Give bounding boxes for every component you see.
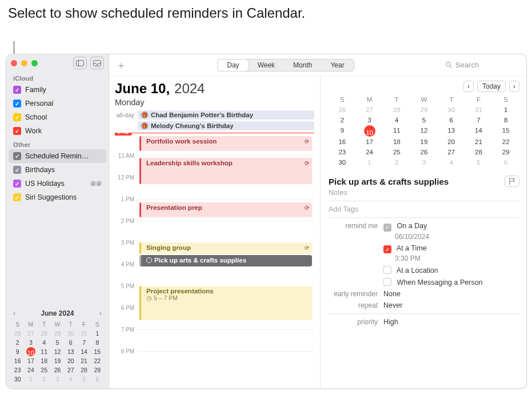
mini-day[interactable]: 5 — [410, 115, 438, 125]
mini-day[interactable]: 2 — [11, 338, 24, 347]
close-icon[interactable] — [11, 60, 17, 66]
prev-day-button[interactable]: ‹ — [463, 81, 474, 92]
mini-day[interactable]: 19 — [410, 137, 438, 147]
calendar-list-item[interactable]: Personal — [9, 97, 106, 110]
mini-day[interactable]: 25 — [38, 365, 51, 375]
mini-day[interactable]: 30 — [329, 157, 356, 168]
on-a-day-value[interactable]: 06/10/2024 — [383, 233, 519, 241]
mini-day[interactable]: 6 — [91, 375, 104, 384]
mini-day[interactable]: 4 — [383, 115, 410, 125]
mini-day[interactable]: 30 — [64, 329, 77, 338]
mini-day[interactable]: 12 — [410, 125, 438, 137]
on-a-day-checkbox[interactable] — [383, 224, 391, 232]
mini-day[interactable]: 29 — [410, 105, 438, 115]
at-a-time-value[interactable]: 3:30 PM — [383, 254, 519, 262]
mini-day[interactable]: 1 — [91, 329, 104, 338]
mini-day[interactable]: 6 — [438, 115, 465, 125]
mini-day[interactable]: 3 — [356, 115, 383, 125]
mini-day[interactable]: 11 — [383, 125, 410, 137]
flag-button[interactable] — [505, 176, 519, 187]
mini-day[interactable]: 18 — [383, 137, 410, 147]
mini-day[interactable]: 12 — [51, 347, 64, 356]
mini-day[interactable]: 2 — [38, 375, 51, 384]
mini-day[interactable]: 1 — [24, 375, 37, 384]
mini-day[interactable]: 1 — [356, 157, 383, 168]
calendar-checkbox[interactable] — [13, 113, 21, 121]
mini-day[interactable]: 2 — [329, 115, 356, 125]
mini-day[interactable]: 26 — [51, 365, 64, 375]
mini-day[interactable]: 16 — [11, 356, 24, 365]
mini-next-button[interactable]: › — [99, 309, 102, 317]
mini-day[interactable]: 20 — [64, 356, 77, 365]
mini-day[interactable]: 4 — [64, 375, 77, 384]
mini-day[interactable]: 13 — [64, 347, 77, 356]
mini-day[interactable]: 31 — [77, 329, 90, 338]
at-a-time-checkbox[interactable] — [383, 245, 391, 253]
mini-day[interactable]: 7 — [465, 115, 493, 125]
mini-day[interactable]: 6 — [64, 338, 77, 347]
mini-day[interactable]: 6 — [492, 157, 519, 168]
today-button[interactable]: Today — [477, 81, 506, 92]
calendar-list-item[interactable]: Siri Suggestions — [9, 190, 106, 204]
mini-day[interactable]: 7 — [77, 338, 90, 347]
mini-day[interactable]: 28 — [383, 105, 410, 115]
mini-day[interactable]: 30 — [438, 105, 465, 115]
mini-day[interactable]: 4 — [438, 157, 465, 168]
mini-day[interactable]: 8 — [492, 115, 519, 125]
mini-day[interactable]: 17 — [24, 356, 37, 365]
mini-day[interactable]: 27 — [438, 147, 465, 157]
mini-day[interactable]: 14 — [77, 347, 90, 356]
calendar-checkbox[interactable] — [13, 193, 21, 201]
mini-day[interactable]: 27 — [356, 105, 383, 115]
mini-day[interactable]: 9 — [329, 125, 356, 137]
mini-day[interactable]: 3 — [24, 338, 37, 347]
calendar-list-item[interactable]: US Holidays⦿⦿ — [9, 177, 106, 190]
event-block[interactable]: Pick up arts & crafts supplies — [139, 255, 312, 266]
event-block[interactable]: Leadership skills workshop⟳ — [139, 158, 312, 184]
repeat-value[interactable]: Never — [383, 301, 519, 309]
mini-day[interactable]: 21 — [465, 137, 493, 147]
mini-day[interactable]: 28 — [77, 365, 90, 375]
view-segmented-control[interactable]: DayWeekMonthYear — [217, 59, 354, 71]
calendar-checkbox[interactable] — [13, 166, 21, 174]
mini-day[interactable]: 22 — [492, 137, 519, 147]
mini-day[interactable]: 26 — [11, 329, 24, 338]
mini-day[interactable]: 27 — [64, 365, 77, 375]
zoom-icon[interactable] — [31, 60, 38, 66]
mini-day[interactable]: 22 — [91, 356, 104, 365]
mini-day[interactable]: 4 — [38, 338, 51, 347]
reminder-title[interactable]: Pick up arts & crafts supplies — [329, 177, 449, 186]
mini-day[interactable]: 17 — [356, 137, 383, 147]
mini-prev-button[interactable]: ‹ — [13, 309, 15, 317]
calendar-checkbox[interactable] — [13, 86, 21, 94]
mini-day[interactable]: 28 — [38, 329, 51, 338]
mini-day[interactable]: 10 — [364, 125, 375, 137]
mini-day[interactable]: 3 — [410, 157, 438, 168]
mini-day[interactable]: 28 — [465, 147, 493, 157]
calendar-list-item[interactable]: Scheduled Remin… — [9, 149, 106, 163]
mini-day[interactable]: 15 — [492, 125, 519, 137]
mini-day[interactable]: 23 — [329, 147, 356, 157]
event-block[interactable]: Presentation prep⟳ — [139, 202, 312, 217]
mini-day[interactable]: 10 — [26, 347, 35, 356]
calendar-list-item[interactable]: Birthdays — [9, 163, 106, 177]
mini-day[interactable]: 11 — [38, 347, 51, 356]
mini-day[interactable]: 29 — [492, 147, 519, 157]
mini-day[interactable]: 15 — [91, 347, 104, 356]
add-event-button[interactable]: ＋ — [116, 58, 126, 72]
notes-field[interactable]: Notes — [329, 187, 519, 198]
mini-day[interactable]: 31 — [465, 105, 493, 115]
all-day-event[interactable]: 🎁Melody Cheung's Birthday — [138, 121, 314, 130]
mini-day[interactable]: 18 — [38, 356, 51, 365]
event-block[interactable]: Singing group⟳ — [139, 242, 312, 254]
mini-day[interactable]: 20 — [438, 137, 465, 147]
mini-day[interactable]: 29 — [91, 365, 104, 375]
mini-day[interactable]: 29 — [51, 329, 64, 338]
minimize-icon[interactable] — [21, 60, 27, 66]
early-reminder-value[interactable]: None — [383, 290, 519, 298]
calendar-checkbox[interactable] — [13, 152, 21, 160]
mini-day[interactable]: 13 — [438, 125, 465, 137]
event-block[interactable]: Project presentations◷ 5 – 7 PM — [139, 286, 312, 320]
view-tab-week[interactable]: Week — [249, 59, 284, 71]
mini-day[interactable]: 5 — [77, 375, 90, 384]
